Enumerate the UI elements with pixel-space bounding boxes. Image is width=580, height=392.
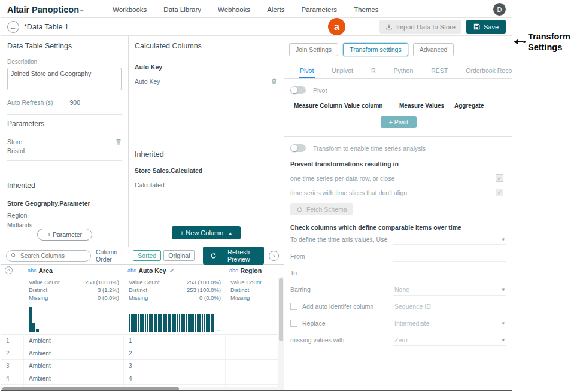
stats-spacer [1, 276, 24, 303]
calc-inherited-item: Calculated [135, 181, 278, 189]
row-number: 1 [1, 335, 24, 347]
pivot-toggle-label: Pivot [313, 87, 327, 94]
horizontal-scrollbar[interactable] [1, 387, 284, 391]
table-row[interactable]: 1 Ambient 1 [1, 335, 284, 347]
transform-tabs: Pivot Unpivot R Python REST Orderbook Re… [284, 65, 512, 79]
table-row[interactable]: 2 Ambient 2 [1, 347, 284, 360]
vertical-scrollbar-thumb[interactable] [279, 278, 283, 341]
preview-header-row: ^ abc Area abc Auto Key abc [1, 264, 284, 276]
replace-select[interactable]: Intermediate ▾ [393, 318, 506, 329]
new-column-button[interactable]: + New Column ▲ [172, 226, 241, 239]
pivot-toggle[interactable] [290, 86, 306, 94]
description-field[interactable]: Joined Store and Geography [7, 68, 122, 90]
row-number: 3 [1, 360, 24, 372]
annotation-marker-a: a [328, 18, 345, 35]
search-columns-box[interactable] [6, 250, 91, 262]
form-row-from: From [290, 248, 506, 265]
form-row-time-axis: To define the time axis values, Use ▾ [290, 231, 506, 248]
transform-settings-button[interactable]: Transform settings [343, 43, 408, 56]
calc-item-row[interactable]: Auto Key [135, 78, 278, 90]
parameter-item-store[interactable]: Store Bristol [7, 138, 122, 154]
cell-region [226, 347, 277, 359]
nav-item-workbooks[interactable]: Workbooks [113, 6, 147, 13]
parameter-name: Store [7, 138, 25, 145]
preview-controls: Column Order Sorted Original Refresh Pre… [1, 247, 284, 264]
fetch-schema-label: Fetch Schema [306, 206, 347, 213]
delete-calc-column-icon[interactable] [271, 78, 278, 85]
pivot-table-headers: Measure Column Value column Measure Valu… [294, 102, 512, 109]
import-data-to-store-button[interactable]: Import Data to Store [379, 20, 461, 34]
form-row-barring: Barring None ▾ [290, 281, 506, 298]
search-columns-input[interactable] [19, 252, 86, 260]
nav-item-alerts[interactable]: Alerts [267, 6, 284, 13]
cell-area: Ambient [24, 372, 124, 384]
add-parameter-button[interactable]: + Parameter [37, 229, 92, 241]
column-order-label: Column Order [96, 248, 128, 263]
from-field[interactable] [393, 251, 506, 262]
to-field[interactable] [393, 268, 506, 278]
barring-value: None [394, 286, 409, 293]
column-header-area[interactable]: abc Area [24, 265, 124, 276]
missing-values-select[interactable]: Zero ▾ [393, 335, 506, 346]
next-columns-button[interactable]: › [269, 251, 279, 261]
delete-parameter-icon[interactable] [115, 138, 122, 145]
stat-label: Value Count [230, 278, 262, 286]
user-avatar[interactable]: D [493, 3, 506, 16]
histogram-ellipsis: ... [216, 326, 221, 332]
refresh-preview-button[interactable]: Refresh Preview [203, 247, 264, 265]
column-header-auto-key[interactable]: abc Auto Key [124, 265, 226, 276]
save-button[interactable]: Save [466, 20, 506, 34]
tab-pivot[interactable]: Pivot [299, 65, 315, 78]
prevent-row-1-checkbox[interactable]: ✓ [496, 174, 503, 182]
tab-python[interactable]: Python [393, 65, 415, 78]
nav-item-data-library[interactable]: Data Library [163, 6, 201, 13]
column-name-auto-key: Auto Key [139, 267, 166, 274]
header-collapse-cell: ^ [1, 266, 24, 274]
tab-rest[interactable]: REST [430, 65, 449, 78]
auto-identifier-field[interactable]: Sequence ID [393, 301, 506, 312]
chevron-down-icon: ▾ [502, 337, 505, 343]
histogram-auto-key: ... [124, 303, 226, 334]
brand-product: Panopticon [32, 5, 79, 14]
nav-item-parameters[interactable]: Parameters [302, 6, 337, 13]
nav-item-themes[interactable]: Themes [354, 6, 379, 13]
nav-item-webhooks[interactable]: Webhooks [218, 6, 250, 13]
type-abc-icon: abc [229, 268, 238, 274]
tab-r[interactable]: R [370, 65, 377, 78]
advanced-button[interactable]: Advanced [413, 43, 454, 56]
stat-label: Distinct [230, 286, 249, 294]
column-header-region[interactable]: abc Region [226, 265, 277, 276]
histogram-region [226, 303, 277, 334]
replace-checkbox[interactable] [290, 320, 297, 327]
top-nav-bar: Altair Panopticon ™ Workbooks Data Libra… [1, 1, 512, 18]
table-row[interactable]: 4 Ambient 4 [1, 372, 284, 385]
time-axis-select[interactable]: ▾ [393, 235, 506, 245]
join-settings-button[interactable]: Join Settings [289, 43, 338, 56]
preview-stats-row: Value Count253 (100.0%) Distinct3 (1.2%)… [1, 276, 284, 303]
collapse-stats-button[interactable]: ^ [5, 266, 13, 274]
cell-auto-key: 3 [124, 360, 226, 372]
tab-unpivot[interactable]: Unpivot [330, 65, 354, 78]
main-content: Data Table Settings Description Joined S… [1, 36, 512, 391]
back-button[interactable]: ← [7, 21, 19, 33]
auto-refresh-row: Auto Refresh (s) 900 [7, 99, 122, 106]
fetch-schema-button[interactable]: Fetch Schema [290, 203, 353, 215]
add-pivot-button[interactable]: + Pivot [381, 116, 417, 128]
horizontal-scrollbar-thumb[interactable] [2, 387, 179, 391]
vertical-scrollbar[interactable] [278, 277, 284, 387]
table-row[interactable]: 3 Ambient 3 [1, 360, 284, 372]
auto-refresh-value[interactable]: 900 [69, 99, 80, 106]
type-abc-icon: abc [28, 268, 37, 274]
auto-identifier-label: Add auto identifer column [302, 303, 373, 310]
auto-identifier-checkbox[interactable] [290, 303, 297, 310]
cell-region [226, 372, 277, 384]
chevron-down-icon: ▾ [502, 287, 505, 293]
tab-orderbook-reconstruction[interactable]: Orderbook Reconstruction [464, 65, 512, 78]
edit-pencil-icon[interactable] [169, 268, 175, 274]
timeseries-toggle[interactable] [290, 144, 306, 152]
barring-select[interactable]: None ▾ [393, 284, 506, 296]
annotation-callout: Transform Settings [514, 31, 570, 53]
original-button[interactable]: Original [163, 250, 195, 261]
prevent-row-2-checkbox[interactable]: ✓ [496, 189, 503, 196]
sorted-button[interactable]: Sorted [133, 250, 161, 261]
